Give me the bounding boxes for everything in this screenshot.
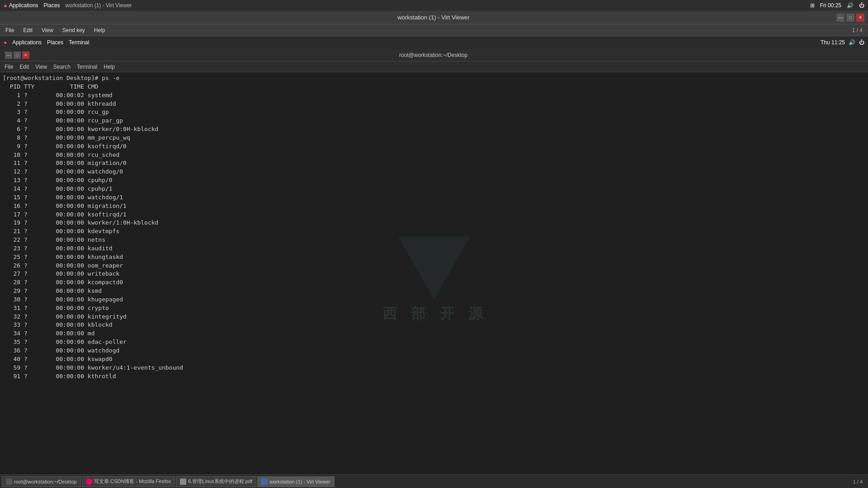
terminal-minimize-btn[interactable]: — [5, 52, 12, 59]
volume-icon: 🔊 [847, 2, 854, 9]
terminal-search-menu[interactable]: Search [51, 63, 73, 71]
terminal-file-menu[interactable]: File [2, 63, 16, 71]
virt-title-bar: workstation (1) - Virt Viewer — □ ✕ [0, 11, 868, 24]
taskbar-item-pdf[interactable]: 6.管理Linux系统中的进程.pdf [176, 476, 256, 487]
taskbar-firefox-label: 写文章-CSDN博客 - Mozilla Firefox [94, 478, 171, 485]
network-icon: ⊞ [810, 2, 815, 9]
virt-menu-bar: File Edit View Send key Help 1 / 4 [0, 24, 868, 36]
virt-taskbar-icon [261, 479, 268, 485]
terminal-maximize-btn[interactable]: □ [14, 52, 21, 59]
inner-volume-icon: 🔊 [849, 39, 855, 46]
inner-applications-icon: ● [4, 39, 7, 46]
terminal-output: [root@workstation Desktop]# ps -e PID TT… [3, 74, 865, 380]
system-bar: ● Applications Places workstation (1) - … [0, 0, 868, 11]
applications-menu[interactable]: ● Applications [4, 2, 38, 9]
terminal-view-menu[interactable]: View [33, 63, 50, 71]
minimize-button[interactable]: — [836, 14, 844, 22]
virt-file-menu[interactable]: File [2, 26, 18, 34]
inner-terminal-menu[interactable]: Terminal [69, 39, 89, 46]
taskbar-item-virt[interactable]: workstation (1) - Virt Viewer [257, 476, 335, 487]
virt-page-indicator: 1 / 4 [852, 27, 863, 33]
taskbar-virt-label: workstation (1) - Virt Viewer [269, 479, 330, 484]
power-icon: ⏻ [859, 2, 864, 9]
inner-places-menu[interactable]: Places [47, 39, 63, 46]
applications-icon: ● [4, 2, 7, 9]
firefox-taskbar-icon [86, 479, 92, 485]
terminal-close-btn[interactable]: ✕ [22, 52, 29, 59]
virt-sendkey-menu[interactable]: Send key [59, 26, 89, 34]
maximize-button[interactable]: □ [846, 14, 854, 22]
system-bar-left: ● Applications Places workstation (1) - … [4, 2, 132, 9]
terminal-title-text: root@workstation:~/Desktop [29, 52, 837, 58]
taskbar: root@workstation:~/Desktop 写文章-CSDN博客 - … [0, 474, 868, 488]
taskbar-terminal-label: root@workstation:~/Desktop [14, 479, 77, 484]
terminal-edit-menu[interactable]: Edit [17, 63, 32, 71]
virt-title-controls: — □ ✕ [836, 14, 864, 22]
virt-edit-menu[interactable]: Edit [19, 26, 36, 34]
taskbar-pdf-label: 6.管理Linux系统中的进程.pdf [188, 478, 252, 485]
places-menu[interactable]: Places [44, 2, 60, 9]
terminal-terminal-menu[interactable]: Terminal [74, 63, 100, 71]
terminal-taskbar-icon [6, 479, 12, 485]
system-bar-right: ⊞ Fri 00:25 🔊 ⏻ [810, 2, 864, 9]
taskbar-item-terminal[interactable]: root@workstation:~/Desktop [2, 476, 81, 487]
taskbar-right-indicator: 1 / 4 [853, 479, 866, 484]
terminal-menu-bar: File Edit View Search Terminal Help [0, 61, 868, 72]
taskbar-page-indicator: 1 / 4 [853, 479, 863, 484]
virt-view-menu[interactable]: View [38, 26, 57, 34]
taskbar-item-firefox[interactable]: 写文章-CSDN博客 - Mozilla Firefox [82, 476, 175, 487]
inner-applications-menu[interactable]: Applications [12, 39, 42, 46]
virt-help-menu[interactable]: Help [90, 26, 109, 34]
inner-gnome-bar: ● Applications Places Terminal Thu 11:25… [0, 36, 868, 49]
terminal-window: — □ ✕ root@workstation:~/Desktop File Ed… [0, 49, 868, 488]
inner-time-display: Thu 11:25 [821, 39, 845, 46]
inner-bar-left: ● Applications Places Terminal [4, 39, 89, 46]
inner-power-icon: ⏻ [859, 39, 864, 46]
pdf-taskbar-icon [180, 479, 186, 485]
window-title-bar: workstation (1) - Virt Viewer [66, 2, 132, 9]
inner-bar-right: Thu 11:25 🔊 ⏻ [821, 39, 864, 46]
time-display: Fri 00:25 [820, 2, 841, 9]
terminal-help-menu[interactable]: Help [101, 63, 118, 71]
close-button[interactable]: ✕ [856, 14, 864, 22]
terminal-content[interactable]: [root@workstation Desktop]# ps -e PID TT… [0, 72, 868, 488]
virt-viewer-window: workstation (1) - Virt Viewer — □ ✕ File… [0, 11, 868, 488]
virt-title-text: workstation (1) - Virt Viewer [31, 14, 836, 21]
terminal-title-bar: — □ ✕ root@workstation:~/Desktop [0, 49, 868, 61]
